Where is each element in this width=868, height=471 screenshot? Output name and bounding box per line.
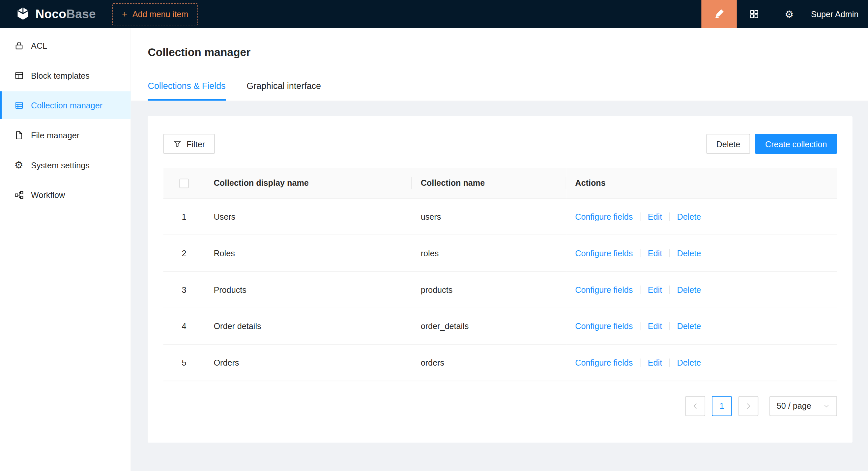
tab-collections-fields[interactable]: Collections & Fields: [148, 81, 226, 101]
cell-actions: Configure fieldsEditDelete: [566, 198, 837, 235]
delete-link[interactable]: Delete: [677, 358, 701, 367]
configure-fields-link[interactable]: Configure fields: [575, 248, 633, 258]
cell-actions: Configure fieldsEditDelete: [566, 235, 837, 271]
sidebar-item-workflow[interactable]: Workflow: [0, 181, 130, 208]
nocobase-logo[interactable]: NocoBase: [16, 6, 96, 23]
lock-icon: [14, 40, 24, 50]
chevron-down-icon: [823, 403, 830, 409]
cell-display-name: Roles: [205, 235, 412, 271]
delete-button[interactable]: Delete: [706, 134, 750, 154]
select-all-checkbox[interactable]: [179, 179, 189, 189]
table-header-row: Collection display name Collection name …: [163, 168, 837, 198]
sidebar-item-file-manager[interactable]: File manager: [0, 121, 130, 149]
next-page-button[interactable]: [739, 396, 758, 416]
gear-icon: ⚙: [14, 160, 24, 170]
topbar-right: ⚙ Super Admin: [701, 0, 868, 28]
plus-icon: +: [122, 9, 127, 19]
action-divider: [669, 212, 670, 220]
table-toolbar: Filter Delete Create collection: [163, 134, 837, 154]
table-row: 5OrdersordersConfigure fieldsEditDelete: [163, 344, 837, 381]
pagination: 1 50 / page: [163, 396, 837, 416]
sidebar-item-label: Workflow: [31, 190, 65, 200]
cell-collection-name: users: [412, 198, 566, 235]
delete-link[interactable]: Delete: [677, 321, 701, 331]
create-collection-button[interactable]: Create collection: [755, 134, 837, 154]
workflow-icon: [14, 190, 24, 200]
sidebar-item-block-templates[interactable]: Block templates: [0, 61, 130, 89]
delete-link[interactable]: Delete: [677, 284, 701, 294]
delete-link[interactable]: Delete: [677, 248, 701, 258]
sidebar-item-label: System settings: [31, 160, 90, 170]
collections-table: Collection display name Collection name …: [163, 168, 837, 381]
cell-collection-name: orders: [412, 344, 566, 381]
gear-icon: ⚙: [785, 9, 794, 19]
sidebar-item-label: Collection manager: [31, 100, 102, 110]
add-menu-item-button[interactable]: + Add menu item: [112, 3, 197, 25]
sidebar-item-collection-manager[interactable]: Collection manager: [0, 91, 130, 119]
configure-fields-link[interactable]: Configure fields: [575, 358, 633, 367]
filter-button[interactable]: Filter: [163, 134, 215, 154]
tabs: Collections & FieldsGraphical interface: [148, 81, 851, 101]
row-index: 5: [163, 344, 205, 381]
action-divider: [640, 358, 641, 367]
page-size-value: 50 / page: [777, 401, 811, 411]
action-divider: [669, 249, 670, 257]
table-row: 1UsersusersConfigure fieldsEditDelete: [163, 198, 837, 235]
highlighter-icon: [714, 8, 724, 20]
configure-fields-link[interactable]: Configure fields: [575, 321, 633, 331]
nocobase-cube-icon: [16, 6, 30, 23]
action-divider: [640, 322, 641, 330]
cell-display-name: Users: [205, 198, 412, 235]
prev-page-button[interactable]: [685, 396, 705, 416]
cell-actions: Configure fieldsEditDelete: [566, 271, 837, 308]
content-area: Filter Delete Create collection Collecti…: [131, 101, 868, 471]
edit-link[interactable]: Edit: [648, 284, 662, 294]
toolbar-right: Delete Create collection: [706, 134, 837, 154]
configure-fields-link[interactable]: Configure fields: [575, 212, 633, 221]
table-body: 1UsersusersConfigure fieldsEditDelete2Ro…: [163, 198, 837, 380]
edit-link[interactable]: Edit: [648, 358, 662, 367]
layout: ACLBlock templatesCollection managerFile…: [0, 28, 868, 471]
row-index: 1: [163, 198, 205, 235]
column-actions: Actions: [566, 168, 837, 198]
system-settings-button[interactable]: ⚙: [772, 0, 807, 28]
edit-link[interactable]: Edit: [648, 321, 662, 331]
logo-text: NocoBase: [36, 7, 96, 22]
edit-link[interactable]: Edit: [648, 248, 662, 258]
configure-fields-link[interactable]: Configure fields: [575, 284, 633, 294]
plugins-button[interactable]: [737, 0, 772, 28]
table-row: 2RolesrolesConfigure fieldsEditDelete: [163, 235, 837, 271]
design-mode-button[interactable]: [701, 0, 737, 28]
cell-collection-name: products: [412, 271, 566, 308]
collections-card: Filter Delete Create collection Collecti…: [148, 116, 852, 443]
file-icon: [14, 130, 24, 140]
sidebar-item-label: Block templates: [31, 70, 90, 80]
table-row: 3ProductsproductsConfigure fieldsEditDel…: [163, 271, 837, 308]
appstore-icon: [750, 9, 759, 19]
row-index: 4: [163, 308, 205, 344]
filter-icon: [173, 140, 182, 148]
page-1-button[interactable]: 1: [712, 396, 732, 416]
user-name[interactable]: Super Admin: [807, 9, 868, 19]
edit-link[interactable]: Edit: [648, 212, 662, 221]
sidebar-item-acl[interactable]: ACL: [0, 32, 130, 59]
tab-graphical-interface[interactable]: Graphical interface: [247, 81, 321, 101]
main-content: Collection manager Collections & FieldsG…: [131, 28, 868, 471]
filter-label: Filter: [187, 139, 205, 148]
delete-link[interactable]: Delete: [677, 212, 701, 221]
row-index: 2: [163, 235, 205, 271]
action-divider: [640, 212, 641, 220]
action-divider: [669, 322, 670, 330]
cell-actions: Configure fieldsEditDelete: [566, 344, 837, 381]
sidebar-menu: ACLBlock templatesCollection managerFile…: [0, 28, 131, 471]
column-display-name: Collection display name: [205, 168, 412, 198]
action-divider: [640, 285, 641, 294]
page-title: Collection manager: [148, 45, 851, 59]
add-menu-item-label: Add menu item: [132, 9, 188, 19]
sidebar-item-label: ACL: [31, 40, 47, 50]
cell-display-name: Orders: [205, 344, 412, 381]
sidebar-item-system-settings[interactable]: ⚙System settings: [0, 151, 130, 179]
cell-collection-name: order_details: [412, 308, 566, 344]
action-divider: [669, 358, 670, 367]
page-size-select[interactable]: 50 / page: [770, 396, 837, 416]
